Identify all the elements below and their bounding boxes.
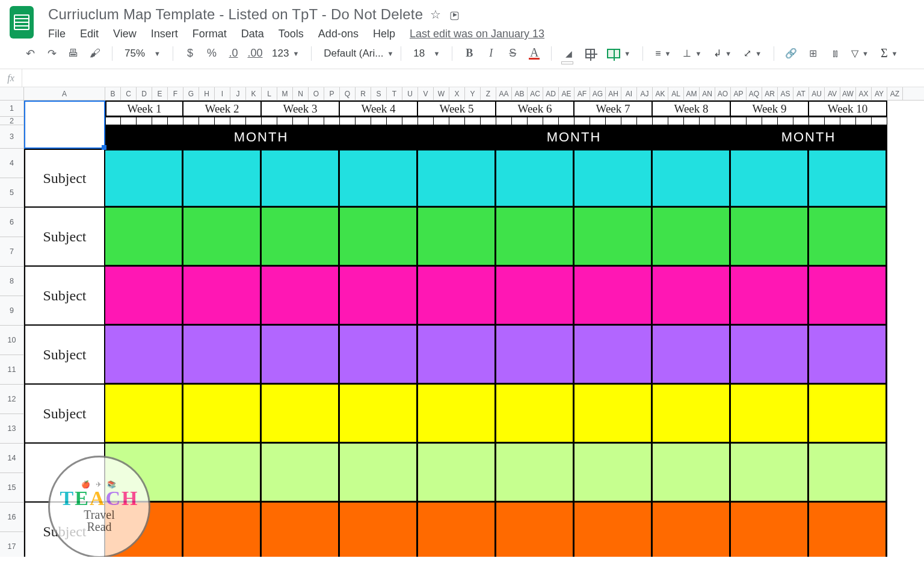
col-header-AD[interactable]: AD bbox=[543, 87, 559, 100]
weekday-tick[interactable] bbox=[387, 117, 402, 125]
weekday-tick[interactable] bbox=[230, 117, 246, 125]
vertical-align-dropdown[interactable]: ⊥ ▼ bbox=[679, 45, 705, 63]
week-header[interactable]: Week 10 bbox=[809, 101, 887, 117]
col-header-AZ[interactable]: AZ bbox=[887, 87, 903, 100]
text-rotation-dropdown[interactable]: ⤢ ▼ bbox=[740, 45, 765, 63]
plan-cell[interactable] bbox=[340, 149, 418, 208]
col-header-AC[interactable]: AC bbox=[528, 87, 543, 100]
weekday-tick[interactable] bbox=[778, 117, 793, 125]
col-header-P[interactable]: P bbox=[324, 87, 340, 100]
plan-cell[interactable] bbox=[653, 149, 731, 208]
plan-cell[interactable] bbox=[418, 208, 496, 267]
col-header-O[interactable]: O bbox=[309, 87, 324, 100]
col-header-B[interactable]: B bbox=[105, 87, 121, 100]
format-currency-button[interactable]: $ bbox=[182, 45, 199, 63]
weekday-tick[interactable] bbox=[465, 117, 481, 125]
plan-cell[interactable] bbox=[105, 267, 183, 326]
formula-input[interactable] bbox=[22, 69, 924, 87]
weekday-tick[interactable] bbox=[168, 117, 183, 125]
weekday-tick[interactable] bbox=[262, 117, 277, 125]
row-header-9[interactable]: 9 bbox=[0, 296, 23, 326]
col-header-F[interactable]: F bbox=[168, 87, 183, 100]
col-header-AF[interactable]: AF bbox=[574, 87, 590, 100]
weekday-tick[interactable] bbox=[637, 117, 653, 125]
weekday-tick[interactable] bbox=[402, 117, 418, 125]
plan-cell[interactable] bbox=[262, 208, 340, 267]
plan-cell[interactable] bbox=[105, 149, 183, 208]
weekday-tick[interactable] bbox=[199, 117, 215, 125]
plan-cell[interactable] bbox=[809, 267, 887, 326]
subject-cell[interactable]: Subject bbox=[24, 385, 105, 444]
col-header-AB[interactable]: AB bbox=[512, 87, 528, 100]
plan-cell[interactable] bbox=[809, 326, 887, 385]
col-header-AH[interactable]: AH bbox=[606, 87, 621, 100]
col-header-M[interactable]: M bbox=[277, 87, 293, 100]
col-header-L[interactable]: L bbox=[262, 87, 277, 100]
plan-cell[interactable] bbox=[183, 267, 262, 326]
weekday-tick[interactable] bbox=[700, 117, 715, 125]
subject-cell[interactable]: Subject bbox=[24, 503, 105, 557]
col-header-G[interactable]: G bbox=[183, 87, 199, 100]
plan-cell[interactable] bbox=[105, 326, 183, 385]
decrease-decimal-button[interactable]: .0 bbox=[225, 45, 242, 63]
col-header-I[interactable]: I bbox=[215, 87, 230, 100]
weekday-tick[interactable] bbox=[731, 117, 747, 125]
plan-cell[interactable] bbox=[574, 208, 653, 267]
plan-cell[interactable] bbox=[418, 149, 496, 208]
weekday-tick[interactable] bbox=[574, 117, 590, 125]
plan-cell[interactable] bbox=[105, 503, 183, 557]
plan-cell[interactable] bbox=[653, 326, 731, 385]
col-header-Y[interactable]: Y bbox=[465, 87, 481, 100]
borders-button[interactable] bbox=[582, 45, 599, 63]
col-header-C[interactable]: C bbox=[121, 87, 137, 100]
text-wrap-dropdown[interactable]: ↲ ▼ bbox=[710, 45, 735, 63]
menu-add-ons[interactable]: Add-ons bbox=[318, 28, 359, 40]
col-header-T[interactable]: T bbox=[387, 87, 402, 100]
row-header-3[interactable]: 3 bbox=[0, 125, 23, 149]
filter-dropdown[interactable]: ▼ bbox=[848, 45, 872, 63]
col-header-AS[interactable]: AS bbox=[778, 87, 793, 100]
weekday-tick[interactable] bbox=[621, 117, 637, 125]
plan-cell[interactable] bbox=[809, 503, 887, 557]
weekday-tick[interactable] bbox=[606, 117, 621, 125]
star-icon[interactable] bbox=[430, 8, 442, 20]
week-header[interactable]: Week 3 bbox=[262, 101, 340, 117]
subject-cell[interactable] bbox=[24, 444, 105, 503]
plan-cell[interactable] bbox=[574, 444, 653, 503]
plan-cell[interactable] bbox=[731, 444, 809, 503]
weekday-tick[interactable] bbox=[590, 117, 606, 125]
week-header[interactable]: Week 6 bbox=[496, 101, 574, 117]
subject-cell[interactable]: Subject bbox=[24, 208, 105, 267]
row-header-17[interactable]: 17 bbox=[0, 532, 23, 557]
weekday-tick[interactable] bbox=[543, 117, 559, 125]
week-header[interactable]: Week 8 bbox=[653, 101, 731, 117]
merge-cells-dropdown[interactable]: ▼ bbox=[603, 45, 634, 63]
week-header[interactable]: Week 7 bbox=[574, 101, 653, 117]
plan-cell[interactable] bbox=[731, 267, 809, 326]
col-header-U[interactable]: U bbox=[402, 87, 418, 100]
plan-cell[interactable] bbox=[574, 503, 653, 557]
plan-cell[interactable] bbox=[340, 208, 418, 267]
week-header[interactable]: Week 5 bbox=[418, 101, 496, 117]
plan-cell[interactable] bbox=[496, 267, 574, 326]
format-percent-button[interactable]: % bbox=[203, 45, 220, 63]
weekday-tick[interactable] bbox=[653, 117, 668, 125]
week-header[interactable]: Week 4 bbox=[340, 101, 418, 117]
weekday-tick[interactable] bbox=[684, 117, 700, 125]
row-header-15[interactable]: 15 bbox=[0, 473, 23, 503]
spreadsheet[interactable]: ABCDEFGHIJKLMNOPQRSTUVWXYZAAABACADAEAFAG… bbox=[0, 87, 924, 557]
weekday-tick[interactable] bbox=[747, 117, 762, 125]
italic-button[interactable]: I bbox=[482, 45, 499, 63]
plan-cell[interactable] bbox=[653, 503, 731, 557]
row-header-5[interactable]: 5 bbox=[0, 178, 23, 208]
move-to-drive-icon[interactable] bbox=[449, 8, 461, 20]
text-color-button[interactable]: A bbox=[526, 45, 543, 63]
plan-cell[interactable] bbox=[418, 385, 496, 444]
weekday-tick[interactable] bbox=[340, 117, 356, 125]
weekday-tick[interactable] bbox=[434, 117, 449, 125]
plan-cell[interactable] bbox=[262, 149, 340, 208]
row-header-6[interactable]: 6 bbox=[0, 208, 23, 237]
plan-cell[interactable] bbox=[105, 385, 183, 444]
col-header-N[interactable]: N bbox=[293, 87, 309, 100]
plan-cell[interactable] bbox=[496, 208, 574, 267]
